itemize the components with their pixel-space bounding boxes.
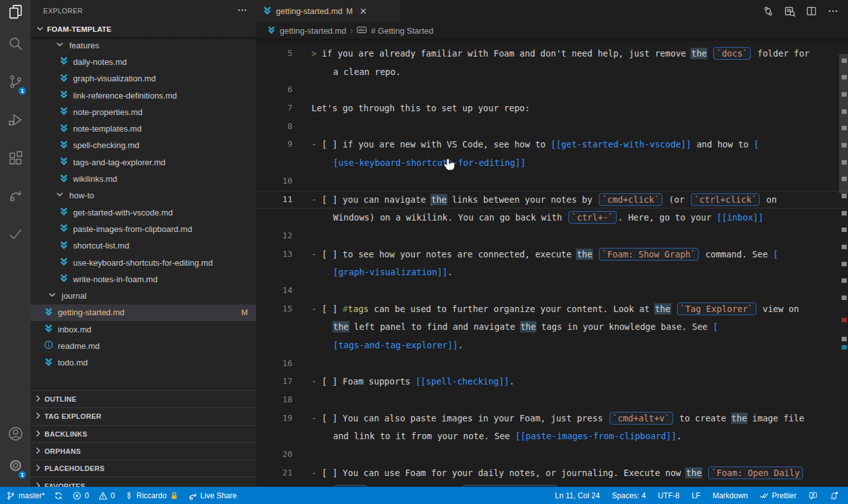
status-encoding[interactable]: UTF-8 [658,491,680,500]
section-orphans[interactable]: ORPHANS [31,442,256,460]
word-highlight: the [655,304,671,314]
word-highlight: the [691,48,707,58]
tree-item-label: note-properties.md [73,107,142,117]
open-changes-icon[interactable] [763,6,774,17]
tree-item-journal[interactable]: journal [31,287,256,304]
tree-item-graph-visualization-md[interactable]: graph-visualization.md [31,71,256,87]
overview-ruler[interactable] [839,39,848,487]
activity-settings-button[interactable]: 1 [0,447,31,486]
tree-item-link-reference-definitions-md[interactable]: link-reference-definitions.md [31,87,256,104]
wikilink[interactable]: [[spell-checking]] [416,376,509,386]
tree-item-features[interactable]: features [31,37,256,53]
tree-item-use-keyboard-shortcuts-for-editing-md[interactable]: use-keyboard-shortcuts-for-editing.md [31,254,256,271]
breadcrumb-file[interactable]: getting-started.md [280,26,346,36]
tree-item-write-notes-in-foam-md[interactable]: write-notes-in-foam.md [31,271,256,287]
tree-item-todo-md[interactable]: todo.md [31,355,256,371]
status-label: Riccardo [137,491,167,500]
tasks-check-icon [8,226,24,245]
status-notifications[interactable] [830,491,838,500]
tree-item-tags-and-tag-explorer-md[interactable]: tags-and-tag-explorer.md [31,154,256,170]
tree-item-note-properties-md[interactable]: note-properties.md [31,104,256,120]
section-favorites[interactable]: FAVORITES [31,477,256,487]
activity-account-button[interactable] [0,422,31,447]
status-errors[interactable]: 0 [72,491,89,500]
tree-item-shortcut-list-md[interactable]: shortcut-list.md [31,238,256,254]
tree-item-how-to[interactable]: how-to [31,187,256,204]
status-label: Ln 11, Col 24 [555,491,600,500]
status-git-branch[interactable]: master* [6,491,44,500]
activity-tasks-check-button[interactable] [0,216,31,254]
project-root-row[interactable]: FOAM-TEMPLATE [31,22,256,37]
search-icon [8,36,24,54]
text: Let's go through this to set up your rep… [311,103,530,113]
live-share-icon [8,188,24,207]
status-warnings[interactable]: 0 [99,491,115,500]
line-content: [use-keyboard-shortcuts-for-editing]] [292,154,526,172]
status-label: Spaces: 4 [612,491,646,500]
sync-icon [54,491,63,500]
activity-run-debug-button[interactable] [0,102,31,140]
wikilink[interactable]: [[inbox]] [716,212,763,222]
section-backlinks[interactable]: BACKLINKS [31,425,256,442]
section-tag-explorer[interactable]: TAG EXPLORER [31,407,256,425]
status-language-mode[interactable]: Markdown [713,491,748,500]
tree-item-readme-md[interactable]: readme.md [31,337,256,354]
line-number [256,208,292,227]
tree-item-inbox-md[interactable]: inbox.md [31,321,256,337]
close-icon[interactable] [359,6,368,16]
section-label: BACKLINKS [44,430,87,438]
status-eol[interactable]: LF [692,491,701,500]
overview-mark-gray [842,160,847,165]
text: and link to it from your note. See [333,431,515,441]
line-number: 10 [256,172,292,191]
status-indentation[interactable]: Spaces: 4 [612,491,646,500]
status-cursor-position[interactable]: Ln 11, Col 24 [555,491,600,500]
activity-extensions-button[interactable] [0,140,31,178]
wikilink[interactable]: [[get-started-with-vscode]] [551,139,691,149]
error-icon [72,491,81,500]
wikilink[interactable]: [ [713,322,718,332]
status-feedback[interactable] [809,491,817,500]
open-preview-icon[interactable] [784,6,795,17]
wikilink[interactable]: [use-keyboard-shortcuts-for-editing]] [333,158,526,168]
tree-item-spell-checking-md[interactable]: spell-checking.md [31,137,256,154]
tree-item-note-templates-md[interactable]: note-templates.md [31,120,256,137]
status-prettier[interactable]: Prettier [760,491,797,500]
tree-item-wikilinks-md[interactable]: wikilinks.md [31,170,256,187]
wikilink[interactable]: [ [754,139,759,149]
line-content: [graph-visualization]]. [292,263,453,282]
editor-line-18: 18 [256,391,848,409]
word-highlight: the [333,322,349,332]
foam-file-icon [59,140,69,151]
breadcrumb-symbol[interactable]: # Getting Started [371,26,433,36]
line-number: 15 [256,300,292,318]
status-sync[interactable] [54,491,63,500]
wikilink[interactable]: [tags-and-tag-explorer]] [333,340,458,350]
wikilink[interactable]: [[paste-images-from-clipboard]] [515,431,676,441]
chevron-right-icon [33,446,43,457]
tree-item-getting-started-md[interactable]: getting-started.mdM [31,304,256,321]
status-live-share-user[interactable]: Riccardo [125,491,179,500]
section-placeholders[interactable]: PLACEHOLDERS [31,460,256,477]
status-live-share[interactable]: Live Share [188,491,236,500]
more-actions-icon[interactable] [237,5,247,17]
tab-getting-started[interactable]: getting-started.md M [256,0,400,22]
split-editor-icon[interactable] [806,6,817,17]
tree-item-get-started-with-vscode-md[interactable]: get-started-with-vscode.md [31,204,256,221]
activity-search-button[interactable] [0,25,31,64]
line-number: 17 [256,372,292,391]
section-outline[interactable]: OUTLINE [31,390,256,407]
editor[interactable]: 5> if you are already familiar with Foam… [256,39,848,487]
wikilink[interactable]: [graph-visualization]] [333,267,448,277]
activity-explorer-button[interactable] [0,0,31,25]
tree-item-label: paste-images-from-clipboard.md [73,224,192,234]
tree-item-daily-notes-md[interactable]: daily-notes.md [31,53,256,70]
wikilink[interactable]: [ [773,249,778,259]
activity-source-control-button[interactable]: 1 [0,64,31,102]
more-actions-icon[interactable] [828,6,838,17]
activity-live-share-button[interactable] [0,178,31,216]
text: a clean repo. [333,67,400,77]
tree-item-paste-images-from-clipboard-md[interactable]: paste-images-from-clipboard.md [31,221,256,237]
foam-file-icon [59,273,69,285]
section-label: ORPHANS [44,447,81,455]
